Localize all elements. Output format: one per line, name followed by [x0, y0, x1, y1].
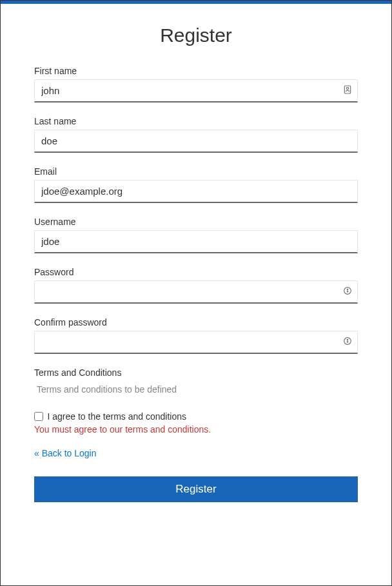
password-group: Password [34, 267, 358, 304]
agree-checkbox[interactable] [34, 412, 43, 421]
terms-text: Terms and conditions to be defined [34, 384, 358, 395]
username-label: Username [34, 217, 358, 227]
terms-error-message: You must agree to our terms and conditio… [34, 424, 358, 435]
last-name-group: Last name [34, 116, 358, 153]
email-label: Email [34, 166, 358, 177]
terms-heading: Terms and Conditions [34, 367, 358, 378]
last-name-input[interactable] [34, 130, 358, 153]
first-name-input-wrapper [34, 79, 358, 103]
last-name-label: Last name [34, 116, 358, 126]
username-input[interactable] [34, 230, 358, 253]
password-input[interactable] [34, 280, 358, 304]
password-label: Password [34, 267, 358, 277]
register-form-container: Register First name Last name Email User… [1, 4, 391, 518]
confirm-password-input-wrapper [34, 331, 358, 354]
first-name-group: First name [34, 66, 358, 103]
confirm-password-input[interactable] [34, 331, 358, 354]
email-group: Email [34, 166, 358, 203]
page-title: Register [34, 24, 358, 46]
back-to-login-link[interactable]: « Back to Login [34, 448, 97, 458]
first-name-label: First name [34, 66, 358, 76]
password-input-wrapper [34, 280, 358, 304]
username-group: Username [34, 217, 358, 253]
register-button[interactable]: Register [34, 476, 358, 502]
agree-row: I agree to the terms and conditions [34, 410, 358, 422]
first-name-input[interactable] [34, 79, 358, 103]
agree-label[interactable]: I agree to the terms and conditions [47, 411, 186, 422]
email-input[interactable] [34, 180, 358, 203]
confirm-password-label: Confirm password [34, 317, 358, 327]
terms-block: Terms and Conditions Terms and condition… [34, 367, 358, 395]
confirm-password-group: Confirm password [34, 317, 358, 354]
